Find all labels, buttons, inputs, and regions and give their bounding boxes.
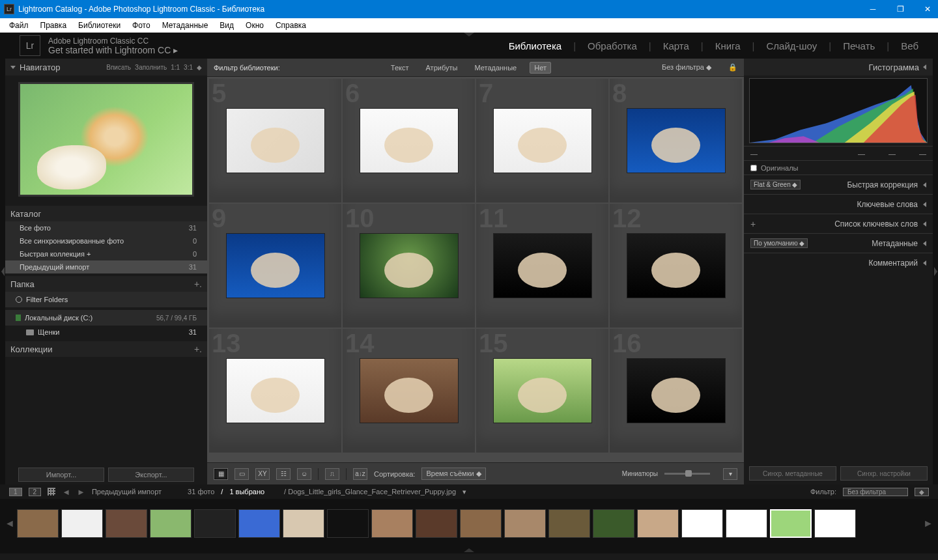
filmstrip[interactable]: ◄ ► bbox=[0, 499, 938, 548]
grid-view-icon[interactable]: ▦ bbox=[214, 468, 228, 480]
breadcrumb[interactable]: Предыдущий импорт bbox=[92, 488, 162, 496]
filter-tab-attributes[interactable]: Атрибуты bbox=[422, 63, 462, 73]
loupe-view-icon[interactable]: ▭ bbox=[234, 468, 249, 480]
filmstrip-thumb[interactable] bbox=[61, 509, 103, 538]
filmstrip-thumb[interactable] bbox=[283, 509, 324, 538]
zoom-fill[interactable]: Заполнить bbox=[135, 64, 167, 71]
filmstrip-filter-menu[interactable]: ◆ bbox=[915, 488, 929, 496]
right-panel-toggle[interactable] bbox=[933, 59, 938, 484]
menu-view[interactable]: Вид bbox=[214, 20, 239, 31]
filmstrip-thumb[interactable] bbox=[548, 509, 590, 538]
add-folder-icon[interactable]: +. bbox=[194, 279, 202, 289]
filmstrip-thumb[interactable] bbox=[681, 509, 723, 538]
filter-tab-none[interactable]: Нет bbox=[530, 62, 551, 74]
grid-cell[interactable]: 10 bbox=[343, 204, 475, 328]
zoom-1-1[interactable]: 1:1 bbox=[171, 64, 180, 71]
quick-develop-section[interactable]: Flat & Green ◆Быстрая коррекция bbox=[744, 175, 933, 194]
module-slideshow[interactable]: Слайд-шоу bbox=[767, 40, 817, 51]
metadata-preset-select[interactable]: По умолчанию ◆ bbox=[750, 238, 808, 248]
photo-path[interactable]: / Dogs_Little_girls_Glance_Face_Retrieve… bbox=[284, 488, 456, 496]
zoom-fit[interactable]: Вписать bbox=[106, 64, 131, 71]
histogram-header[interactable]: Гистограмма bbox=[744, 59, 933, 76]
thumbnail-grid[interactable]: 5678910111213141516 bbox=[207, 77, 744, 462]
filmstrip-next-icon[interactable]: ► bbox=[924, 507, 933, 540]
close-button[interactable]: ✕ bbox=[921, 5, 934, 14]
grid-cell[interactable]: 13 bbox=[209, 329, 341, 453]
folders-header[interactable]: Папка+. bbox=[5, 276, 207, 292]
filmstrip-thumb[interactable] bbox=[194, 509, 236, 538]
sort-select[interactable]: Время съёмки ◆ bbox=[421, 468, 485, 480]
nav-forward-icon[interactable]: ► bbox=[77, 487, 85, 497]
preset-select[interactable]: Flat & Green ◆ bbox=[750, 180, 801, 189]
collections-header[interactable]: Коллекции+. bbox=[5, 341, 207, 357]
filmstrip-thumb[interactable] bbox=[238, 509, 280, 538]
filmstrip-thumb[interactable] bbox=[327, 509, 369, 538]
filmstrip-thumb[interactable] bbox=[150, 509, 192, 538]
compare-view-icon[interactable]: XY bbox=[255, 468, 270, 480]
filmstrip-thumb[interactable] bbox=[770, 509, 812, 538]
grid-cell[interactable]: 8 bbox=[610, 79, 742, 203]
zoom-3-1[interactable]: 3:1 bbox=[184, 64, 193, 71]
module-develop[interactable]: Обработка bbox=[588, 40, 637, 51]
import-button[interactable]: Импорт... bbox=[18, 468, 104, 482]
left-panel-toggle[interactable] bbox=[0, 59, 5, 484]
module-map[interactable]: Карта bbox=[663, 40, 689, 51]
catalog-item[interactable]: Все фото31 bbox=[5, 221, 207, 234]
grid-cell[interactable]: 11 bbox=[476, 204, 608, 328]
module-print[interactable]: Печать bbox=[843, 40, 875, 51]
grid-cell[interactable]: 7 bbox=[476, 79, 608, 203]
monitor-1-badge[interactable]: 1 bbox=[9, 488, 22, 496]
grid-cell[interactable]: 9 bbox=[209, 204, 341, 328]
grid-cell[interactable]: 14 bbox=[343, 329, 475, 453]
menu-metadata[interactable]: Метаданные bbox=[157, 20, 214, 31]
originals-checkbox[interactable]: Оригиналы bbox=[744, 160, 933, 175]
filmstrip-thumb[interactable] bbox=[371, 509, 413, 538]
menu-window[interactable]: Окно bbox=[240, 20, 269, 31]
menu-help[interactable]: Справка bbox=[270, 20, 311, 31]
menu-file[interactable]: Файл bbox=[4, 20, 34, 31]
keyword-list-section[interactable]: +Список ключевых слов bbox=[744, 214, 933, 233]
export-button[interactable]: Экспорт... bbox=[108, 468, 194, 482]
folder-item[interactable]: Щенки31 bbox=[5, 326, 207, 339]
bottom-panel-toggle[interactable] bbox=[0, 548, 938, 553]
grid-cell[interactable]: 5 bbox=[209, 79, 341, 203]
grid-cell[interactable]: 15 bbox=[476, 329, 608, 453]
sync-settings-button[interactable]: Синхр. настройки bbox=[840, 466, 928, 481]
catalog-item[interactable]: Предыдущий импорт31 bbox=[5, 260, 207, 273]
painter-icon[interactable]: ⎍ bbox=[325, 468, 339, 480]
people-view-icon[interactable]: ☺ bbox=[297, 468, 311, 480]
survey-view-icon[interactable]: ☷ bbox=[276, 468, 291, 480]
volume-row[interactable]: Локальный диск (C:)56,7 / 99,4 ГБ bbox=[5, 310, 207, 326]
grid-cell[interactable]: 16 bbox=[610, 329, 742, 453]
zoom-menu-icon[interactable]: ◆ bbox=[197, 64, 202, 71]
catalog-item[interactable]: Быстрая коллекция +0 bbox=[5, 247, 207, 260]
navigator-header[interactable]: Навигатор Вписать Заполнить 1:1 3:1 ◆ bbox=[5, 59, 207, 76]
filmstrip-thumb[interactable] bbox=[17, 509, 59, 538]
catalog-item[interactable]: Все синхронизированные фото0 bbox=[5, 234, 207, 247]
maximize-button[interactable]: ❐ bbox=[894, 5, 907, 14]
filmstrip-thumb[interactable] bbox=[504, 509, 546, 538]
menu-library[interactable]: Библиотеки bbox=[73, 20, 126, 31]
grid-shortcut-icon[interactable] bbox=[48, 488, 55, 496]
catalog-header[interactable]: Каталог bbox=[5, 206, 207, 221]
grid-cell[interactable]: 6 bbox=[343, 79, 475, 203]
module-web[interactable]: Веб bbox=[901, 40, 918, 51]
menu-edit[interactable]: Правка bbox=[35, 20, 72, 31]
filter-lock-icon[interactable]: 🔒 bbox=[728, 63, 737, 72]
filmstrip-thumb[interactable] bbox=[593, 509, 634, 538]
grid-cell[interactable]: 12 bbox=[610, 204, 742, 328]
folder-filter-input[interactable]: Filter Folders bbox=[5, 292, 207, 307]
menu-photo[interactable]: Фото bbox=[127, 20, 156, 31]
navigator-preview[interactable] bbox=[18, 82, 194, 197]
metadata-section[interactable]: По умолчанию ◆Метаданные bbox=[744, 233, 933, 253]
sync-metadata-button[interactable]: Синхр. метаданные bbox=[749, 466, 836, 481]
filmstrip-thumb[interactable] bbox=[814, 509, 856, 538]
module-library[interactable]: Библиотека bbox=[509, 40, 562, 51]
thumbnail-size-slider[interactable] bbox=[664, 473, 710, 475]
keywords-section[interactable]: Ключевые слова bbox=[744, 194, 933, 214]
filmstrip-prev-icon[interactable]: ◄ bbox=[5, 507, 14, 540]
top-panel-toggle[interactable] bbox=[464, 33, 474, 36]
comments-section[interactable]: Комментарий bbox=[744, 253, 933, 272]
filter-tab-text[interactable]: Текст bbox=[387, 63, 413, 73]
filmstrip-thumb[interactable] bbox=[416, 509, 457, 538]
